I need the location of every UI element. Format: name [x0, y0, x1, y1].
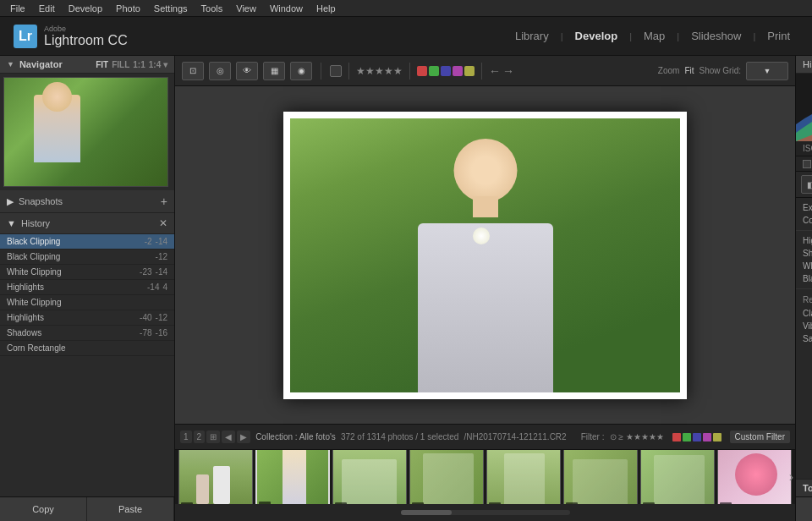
- history-action: Highlights: [7, 313, 44, 322]
- filmstrip-grid[interactable]: ⊞: [206, 431, 220, 443]
- arrow-left[interactable]: ←: [489, 64, 501, 78]
- history-item[interactable]: Black Clipping -12: [0, 250, 174, 265]
- nav-opt-fit[interactable]: FIT: [96, 60, 108, 69]
- history-item[interactable]: Corn Rectangle: [0, 341, 174, 356]
- menu-help[interactable]: Help: [310, 3, 343, 14]
- filmstrip-scrollbar[interactable]: [401, 510, 570, 515]
- menu-window[interactable]: Window: [263, 3, 310, 14]
- nav-develop[interactable]: Develop: [567, 26, 627, 46]
- menu-view[interactable]: View: [229, 3, 263, 14]
- filmstrip-next-arrow[interactable]: ›: [789, 469, 793, 485]
- menu-file[interactable]: File: [3, 3, 32, 14]
- color-green[interactable]: [429, 66, 439, 76]
- copy-paste-row: Copy Paste: [0, 496, 174, 521]
- filmstrip: 1 2 ⊞ ◀ ▶ Collection : Alle foto's 372 o…: [175, 424, 795, 521]
- histogram-header: Histogram ▼: [796, 56, 812, 74]
- filmstrip-thumb-3[interactable]: [332, 450, 407, 504]
- saturation-label: Saturation: [803, 334, 812, 343]
- grid-dropdown[interactable]: ▼: [746, 62, 788, 80]
- history-values: -23 -14: [140, 267, 167, 277]
- tool-crop[interactable]: ⊡: [182, 62, 204, 80]
- nav-library[interactable]: Library: [507, 26, 557, 46]
- thumb-icon: [643, 502, 655, 505]
- history-item[interactable]: White Clipping: [0, 295, 174, 310]
- menu-tools[interactable]: Tools: [195, 3, 230, 14]
- filmstrip-prev[interactable]: ◀: [222, 431, 235, 443]
- history-action: Black Clipping: [7, 237, 60, 246]
- color-yellow[interactable]: [464, 66, 475, 76]
- color-purple[interactable]: [453, 66, 463, 76]
- filmstrip-page-1[interactable]: 1: [180, 431, 192, 443]
- nav-print[interactable]: Print: [759, 26, 798, 46]
- filmstrip-thumb-2[interactable]: [255, 450, 330, 504]
- menu-photo[interactable]: Photo: [109, 3, 147, 14]
- contrast-slider-row: Contrast 0: [796, 214, 812, 227]
- history-values: -40 -12: [140, 313, 167, 322]
- navigator-options[interactable]: FIT FILL 1:1 1:4 ▾: [96, 60, 167, 69]
- app-title: Adobe Lightroom CC: [44, 25, 128, 48]
- color-red[interactable]: [417, 66, 427, 76]
- star-rating[interactable]: ★★★★★: [356, 65, 403, 77]
- history-item[interactable]: Black Clipping -2 -14: [0, 234, 174, 250]
- snapshots-add-button[interactable]: +: [161, 195, 167, 208]
- app-logo: Lr Adobe Lightroom CC: [14, 25, 128, 48]
- tone-icon[interactable]: ◧: [801, 175, 812, 194]
- previous-button[interactable]: Previous: [796, 497, 812, 521]
- arrow-right[interactable]: →: [502, 64, 514, 78]
- nav-opt-1-1[interactable]: 1:1: [133, 60, 145, 69]
- divider-2: [796, 288, 812, 289]
- filmstrip-scroll-thumb[interactable]: [401, 510, 452, 515]
- filmstrip-thumb-4[interactable]: [409, 450, 484, 504]
- exposure-slider-row: Exposure +1,78: [796, 201, 812, 214]
- filmstrip-thumb-1[interactable]: [178, 450, 253, 504]
- nav-slideshow[interactable]: Slideshow: [683, 26, 749, 46]
- tool-spot[interactable]: ◎: [209, 62, 231, 80]
- flag-btn[interactable]: [330, 65, 342, 77]
- thumb-overlay-4: [412, 502, 481, 505]
- tool-grad[interactable]: ▦: [263, 62, 285, 80]
- filmstrip-thumb-8[interactable]: [717, 450, 792, 504]
- paste-button[interactable]: Paste: [87, 497, 174, 521]
- thumb-overlay-8: [720, 502, 789, 505]
- color-blue[interactable]: [441, 66, 451, 76]
- thumb-overlay-6: [566, 502, 635, 505]
- right-bottom-buttons: Previous Set Default...: [796, 496, 812, 521]
- shadows-label: Shadows: [803, 249, 812, 258]
- snapshots-triangle: ▶: [7, 196, 14, 207]
- original-photo-checkbox[interactable]: [803, 160, 811, 168]
- photo-body: [418, 223, 553, 392]
- nav-map[interactable]: Map: [635, 26, 673, 46]
- history-item[interactable]: Highlights -14 4: [0, 280, 174, 295]
- tool-brush[interactable]: ◉: [290, 62, 312, 80]
- tone-curve-row[interactable]: Tone Curve ▶: [796, 479, 812, 496]
- filmstrip-bar: 1 2 ⊞ ◀ ▶ Collection : Alle foto's 372 o…: [175, 425, 795, 450]
- center-area: ⊡ ◎ 👁 ▦ ◉ ★★★★★ ← → Zoom Fit: [175, 56, 795, 521]
- copy-button[interactable]: Copy: [0, 497, 87, 521]
- history-header[interactable]: ▼ History ✕: [0, 213, 174, 234]
- filmstrip-page-2[interactable]: 2: [194, 431, 206, 443]
- history-item[interactable]: Shadows -78 -16: [0, 326, 174, 341]
- nav-opt-1-4[interactable]: 1:4 ▾: [149, 60, 167, 69]
- custom-filter-button[interactable]: Custom Filter: [730, 431, 790, 443]
- filmstrip-next[interactable]: ▶: [237, 431, 250, 443]
- histogram-chart: [796, 74, 812, 141]
- history-item[interactable]: Highlights -40 -12: [0, 310, 174, 326]
- photo-area: [175, 86, 795, 424]
- menu-settings[interactable]: Settings: [147, 3, 195, 14]
- history-item[interactable]: White Clipping -23 -14: [0, 265, 174, 280]
- nav-links: Library | Develop | Map | Slideshow | Pr…: [507, 26, 798, 46]
- develop-tool-icons: ◧ ○ ● □ ·: [796, 172, 812, 198]
- filmstrip-thumb-6[interactable]: [563, 450, 638, 504]
- thumb-overlay-5: [489, 502, 558, 505]
- snapshots-header[interactable]: ▶ Snapshots +: [0, 190, 174, 213]
- highlights-slider-row: Highlights + 4: [796, 234, 812, 247]
- history-close-button[interactable]: ✕: [159, 217, 167, 229]
- menu-develop[interactable]: Develop: [62, 3, 109, 14]
- menu-edit[interactable]: Edit: [32, 3, 62, 14]
- filmstrip-thumb-7[interactable]: [640, 450, 715, 504]
- nav-opt-fill[interactable]: FILL: [112, 60, 129, 69]
- photo-neck: [473, 196, 498, 217]
- filmstrip-thumb-5[interactable]: [486, 450, 561, 504]
- shadows-slider-row: Shadows - 16: [796, 247, 812, 260]
- tool-redeye[interactable]: 👁: [236, 62, 258, 80]
